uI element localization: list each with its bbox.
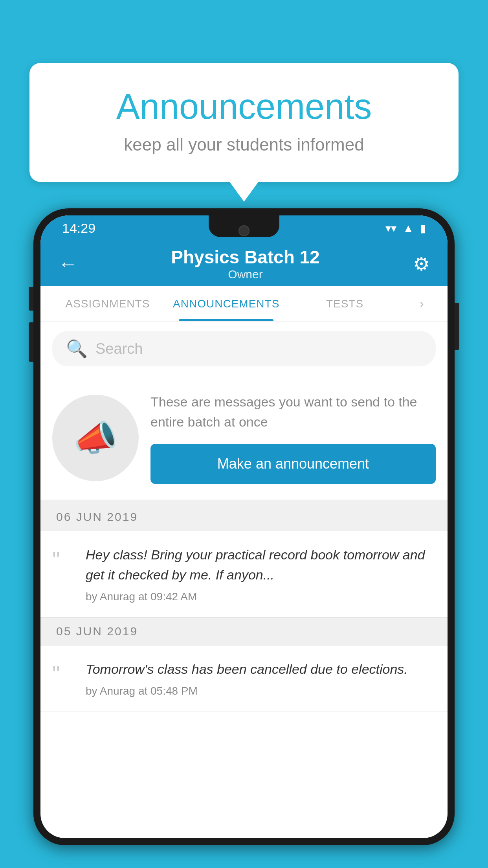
search-bar[interactable]: 🔍 Search [52, 331, 436, 366]
speech-bubble-section: Announcements keep all your students inf… [29, 63, 459, 182]
promo-section: 📣 These are messages you want to send to… [40, 376, 448, 503]
announcement-content-1: Hey class! Bring your practical record b… [86, 545, 434, 603]
tab-assignments[interactable]: ASSIGNMENTS [48, 286, 167, 321]
phone-body: 14:29 ▾▾ ▲ ▮ ← Physics Batch 12 Owner ⚙ [33, 208, 455, 845]
date-separator-2: 05 JUN 2019 [40, 617, 448, 645]
volume-up-button [29, 287, 33, 311]
volume-down-button [29, 322, 33, 362]
phone-mockup: 14:29 ▾▾ ▲ ▮ ← Physics Batch 12 Owner ⚙ [33, 208, 455, 868]
tab-announcements[interactable]: ANNOUNCEMENTS [167, 286, 286, 321]
signal-icon: ▲ [403, 222, 414, 235]
batch-role: Owner [171, 268, 319, 281]
tab-tests[interactable]: TESTS [286, 286, 404, 321]
promo-description: These are messages you want to send to t… [150, 392, 436, 432]
front-camera [238, 225, 250, 236]
date-label-1: 06 JUN 2019 [56, 510, 138, 524]
date-label-2: 05 JUN 2019 [56, 625, 138, 638]
bubble-title: Announcements [61, 86, 427, 127]
app-header: ← Physics Batch 12 Owner ⚙ [40, 241, 448, 286]
announcement-item-1[interactable]: " Hey class! Bring your practical record… [40, 531, 448, 617]
megaphone-icon: 📣 [73, 417, 117, 459]
announcement-text-2: Tomorrow's class has been cancelled due … [86, 659, 434, 679]
tabs-bar: ASSIGNMENTS ANNOUNCEMENTS TESTS › [40, 286, 448, 322]
make-announcement-button[interactable]: Make an announcement [150, 444, 436, 484]
search-icon: 🔍 [66, 338, 88, 359]
header-center: Physics Batch 12 Owner [171, 246, 319, 281]
speech-bubble: Announcements keep all your students inf… [29, 63, 459, 182]
announcement-author-2: by Anurag at 05:48 PM [86, 685, 434, 697]
announcement-content-2: Tomorrow's class has been cancelled due … [86, 659, 434, 697]
power-button [455, 303, 459, 350]
quote-icon-2: " [52, 659, 76, 685]
search-placeholder: Search [95, 340, 143, 357]
back-button[interactable]: ← [58, 252, 78, 275]
megaphone-circle: 📣 [52, 395, 139, 481]
wifi-icon: ▾▾ [385, 222, 396, 235]
status-icons: ▾▾ ▲ ▮ [385, 222, 426, 235]
announcement-author-1: by Anurag at 09:42 AM [86, 590, 434, 603]
status-time: 14:29 [62, 221, 95, 236]
date-separator-1: 06 JUN 2019 [40, 503, 448, 531]
promo-content: These are messages you want to send to t… [150, 392, 436, 484]
announcement-item-2[interactable]: " Tomorrow's class has been cancelled du… [40, 645, 448, 712]
bubble-subtitle: keep all your students informed [61, 135, 427, 154]
phone-screen: 14:29 ▾▾ ▲ ▮ ← Physics Batch 12 Owner ⚙ [40, 215, 448, 838]
quote-icon-1: " [52, 545, 76, 570]
phone-notch [209, 215, 279, 237]
batch-title: Physics Batch 12 [171, 246, 319, 268]
announcement-text-1: Hey class! Bring your practical record b… [86, 545, 434, 585]
tab-more[interactable]: › [404, 286, 440, 321]
battery-icon: ▮ [420, 222, 426, 235]
settings-icon[interactable]: ⚙ [413, 253, 430, 275]
search-container: 🔍 Search [40, 322, 448, 376]
